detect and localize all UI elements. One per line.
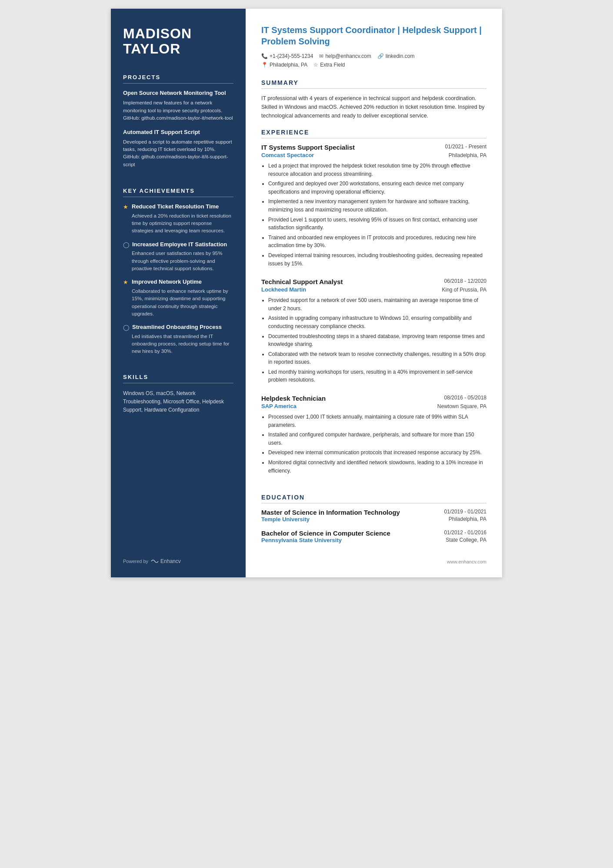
edu-location-2: State College, PA xyxy=(446,537,486,543)
contact-email: ✉ help@enhancv.com xyxy=(319,53,371,59)
education-section-title: EDUCATION xyxy=(261,494,486,503)
exp-header-1: IT Systems Support Specialist 01/2021 - … xyxy=(261,144,486,151)
exp-dates-2: 06/2018 - 12/2020 xyxy=(444,278,486,284)
exp-bullet-1-3: Implemented a new inventory management s… xyxy=(268,198,486,214)
achievement-item-4: ◯ Streamlined Onboarding Process Led ini… xyxy=(123,324,233,355)
achievement-title-text-4: Streamlined Onboarding Process xyxy=(132,324,222,331)
main-footer: www.enhancv.com xyxy=(261,550,486,564)
edu-school-2: Pennsylvania State University xyxy=(261,537,342,543)
powered-by-text: Powered by xyxy=(123,559,148,564)
exp-company-row-1: Comcast Spectacor Philadelphia, PA xyxy=(261,152,486,158)
job-title-block: IT Systems Support Coordinator | Helpdes… xyxy=(261,24,486,47)
footer-url: www.enhancv.com xyxy=(447,559,486,564)
edu-entry-2: Bachelor of Science in Computer Science … xyxy=(261,530,486,543)
edu-dates-1: 01/2019 - 01/2021 xyxy=(444,509,486,515)
contact-extra: ☆ Extra Field xyxy=(313,62,345,68)
exp-entry-3: Helpdesk Technician 08/2016 - 05/2018 SA… xyxy=(261,395,486,476)
edu-header-2: Bachelor of Science in Computer Science … xyxy=(261,530,486,537)
exp-bullet-2-1: Provided support for a network of over 5… xyxy=(268,296,486,312)
resume-container: MADISON TAYLOR PROJECTS Open Source Netw… xyxy=(111,9,502,577)
phone-text: +1-(234)-555-1234 xyxy=(270,53,313,59)
exp-entry-1: IT Systems Support Specialist 01/2021 - … xyxy=(261,144,486,269)
exp-bullet-2-3: Documented troubleshooting steps in a sh… xyxy=(268,332,486,349)
location-icon: 📍 xyxy=(261,62,268,68)
achievement-title-text-2: Increased Employee IT Satisfaction xyxy=(132,241,227,248)
achievement-item-1: ★ Reduced Ticket Resolution Time Achieve… xyxy=(123,203,233,235)
exp-header-3: Helpdesk Technician 08/2016 - 05/2018 xyxy=(261,395,486,402)
exp-bullet-3-2: Installed and configured computer hardwa… xyxy=(268,431,486,447)
brand-name: Enhancv xyxy=(160,558,181,564)
exp-bullet-2-5: Led monthly training workshops for users… xyxy=(268,368,486,384)
edu-location-1: Philadelphia, PA xyxy=(449,516,486,523)
exp-dates-1: 01/2021 - Present xyxy=(445,144,486,150)
exp-company-3: SAP America xyxy=(261,403,297,409)
achievements-label: KEY ACHIEVEMENTS xyxy=(123,188,233,197)
main-content: IT Systems Support Coordinator | Helpdes… xyxy=(246,9,502,577)
exp-bullet-3-3: Developed new internal communication pro… xyxy=(268,449,486,457)
projects-label: PROJECTS xyxy=(123,74,233,84)
exp-location-3: Newtown Square, PA xyxy=(437,403,486,409)
exp-entry-2: Technical Support Analyst 06/2018 - 12/2… xyxy=(261,278,486,386)
exp-role-2: Technical Support Analyst xyxy=(261,278,343,285)
exp-bullet-3-1: Processed over 1,000 IT tickets annually… xyxy=(268,413,486,429)
sidebar: MADISON TAYLOR PROJECTS Open Source Netw… xyxy=(111,9,246,577)
star-icon-2: ★ xyxy=(123,279,129,285)
achievement-title-text-1: Reduced Ticket Resolution Time xyxy=(132,203,219,211)
achievement-title-row-4: ◯ Streamlined Onboarding Process xyxy=(123,324,233,331)
exp-bullet-2-4: Collaborated with the network team to re… xyxy=(268,350,486,366)
contact-row-2: 📍 Philadelphia, PA ☆ Extra Field xyxy=(261,62,486,68)
achievement-title-row-1: ★ Reduced Ticket Resolution Time xyxy=(123,203,233,211)
exp-bullet-3-4: Monitored digital connectivity and ident… xyxy=(268,459,486,475)
lightbulb-icon-2: ◯ xyxy=(123,324,130,331)
exp-role-1: IT Systems Support Specialist xyxy=(261,144,355,151)
contact-phone: 📞 +1-(234)-555-1234 xyxy=(261,53,313,59)
achievement-title-row-3: ★ Improved Network Uptime xyxy=(123,278,233,286)
email-icon: ✉ xyxy=(319,53,323,59)
phone-icon: 📞 xyxy=(261,53,268,59)
exp-bullet-1-2: Configured and deployed over 200 worksta… xyxy=(268,180,486,196)
enhancv-logo: Enhancv xyxy=(151,558,181,564)
exp-role-3: Helpdesk Technician xyxy=(261,395,326,402)
exp-bullet-1-5: Trained and onboarded new employees in I… xyxy=(268,234,486,250)
achievement-desc-3: Collaborated to enhance network uptime b… xyxy=(123,288,233,318)
summary-section-title: SUMMARY xyxy=(261,79,486,89)
edu-degree-1: Master of Science in Information Technol… xyxy=(261,509,400,516)
linkedin-icon: 🔗 xyxy=(377,53,384,59)
exp-bullet-1-4: Provided Level 1 support to users, resol… xyxy=(268,216,486,232)
achievement-title-row-2: ◯ Increased Employee IT Satisfaction xyxy=(123,241,233,248)
exp-company-1: Comcast Spectacor xyxy=(261,152,314,158)
projects-section: PROJECTS Open Source Network Monitoring … xyxy=(123,74,233,175)
achievement-title-text-3: Improved Network Uptime xyxy=(132,278,202,286)
edu-entry-1: Master of Science in Information Technol… xyxy=(261,509,486,523)
experience-section-title: EXPERIENCE xyxy=(261,129,486,138)
achievements-section: KEY ACHIEVEMENTS ★ Reduced Ticket Resolu… xyxy=(123,188,233,362)
project-desc-2: Developed a script to automate repetitiv… xyxy=(123,138,233,168)
summary-text: IT professional with 4 years of experien… xyxy=(261,94,486,120)
exp-header-2: Technical Support Analyst 06/2018 - 12/2… xyxy=(261,278,486,285)
last-name: TAYLOR xyxy=(123,41,233,57)
star-icon-1: ★ xyxy=(123,204,129,210)
project-desc-1: Implemented new features for a network m… xyxy=(123,99,233,122)
lightbulb-icon-1: ◯ xyxy=(123,241,130,248)
exp-bullets-2: Provided support for a network of over 5… xyxy=(261,296,486,384)
star-contact-icon: ☆ xyxy=(313,62,318,68)
contact-row: 📞 +1-(234)-555-1234 ✉ help@enhancv.com 🔗… xyxy=(261,53,486,59)
exp-location-1: Philadelphia, PA xyxy=(449,152,486,158)
linkedin-text: linkedin.com xyxy=(386,53,415,59)
project-item-2: Automated IT Support Script Developed a … xyxy=(123,129,233,168)
job-title: IT Systems Support Coordinator | Helpdes… xyxy=(261,24,486,47)
contact-location: 📍 Philadelphia, PA xyxy=(261,62,307,68)
edu-school-row-2: Pennsylvania State University State Coll… xyxy=(261,537,486,543)
exp-dates-3: 08/2016 - 05/2018 xyxy=(444,395,486,401)
contact-linkedin: 🔗 linkedin.com xyxy=(377,53,415,59)
extra-text: Extra Field xyxy=(320,62,345,68)
name-block: MADISON TAYLOR xyxy=(123,26,233,57)
edu-header-1: Master of Science in Information Technol… xyxy=(261,509,486,516)
project-title-2: Automated IT Support Script xyxy=(123,129,233,136)
achievement-desc-1: Achieved a 20% reduction in ticket resol… xyxy=(123,212,233,235)
edu-dates-2: 01/2012 - 01/2016 xyxy=(444,530,486,536)
first-name: MADISON xyxy=(123,26,233,41)
exp-bullet-2-2: Assisted in upgrading company infrastruc… xyxy=(268,314,486,330)
exp-company-row-2: Lockheed Martin King of Prussia, PA xyxy=(261,286,486,293)
skills-label: SKILLS xyxy=(123,374,233,383)
